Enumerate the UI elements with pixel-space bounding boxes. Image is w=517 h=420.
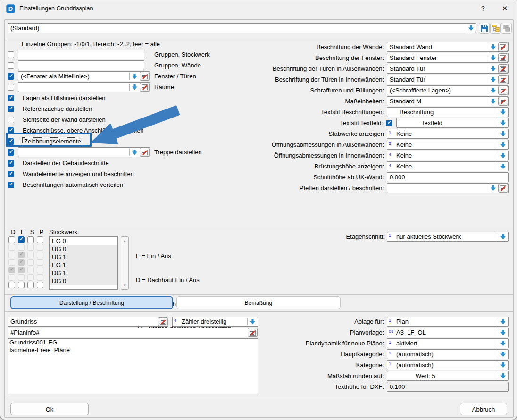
edit-button[interactable] [498, 97, 508, 106]
dropdown-arrow-icon[interactable] [132, 150, 137, 155]
ablage-combo[interactable]: 1 Plan [387, 317, 509, 327]
checkbox[interactable] [8, 160, 14, 167]
grid-checkbox[interactable] [27, 259, 34, 266]
grid-checkbox[interactable] [18, 236, 25, 243]
dropdown-arrow-icon[interactable] [132, 74, 137, 79]
dropdown-arrow-icon[interactable] [491, 77, 496, 83]
dropdown-arrow-icon[interactable] [500, 234, 506, 240]
preset-combo[interactable]: (Standard) [8, 23, 476, 33]
grid-checkbox[interactable] [27, 252, 34, 258]
grid-checkbox[interactable] [18, 282, 25, 288]
edit-button[interactable] [140, 72, 150, 81]
transfer-settings-button[interactable] [501, 23, 512, 34]
scroll-up-icon[interactable]: ▲ [121, 239, 128, 243]
hauptkategorie-combo[interactable]: 1 (automatisch) [387, 349, 509, 359]
close-button[interactable]: ✕ [498, 3, 512, 14]
tab-darstellung-beschriftung[interactable]: Darstellung / Beschriftung [10, 296, 173, 309]
list-item[interactable]: Grundriss001-EG [8, 339, 258, 346]
dropdown-arrow-icon[interactable] [132, 84, 137, 90]
grid-checkbox[interactable] [27, 244, 34, 251]
edit-button[interactable] [140, 83, 150, 92]
gruppen-stockwerk-input[interactable] [18, 50, 144, 59]
grid-checkbox[interactable] [18, 274, 25, 281]
planvorlage-combo[interactable]: 03 A3_1F_OL [387, 328, 509, 337]
grid-checkbox[interactable] [8, 244, 15, 251]
list-item[interactable]: UG 0 [50, 245, 117, 253]
checkbox[interactable] [8, 73, 14, 80]
checkbox[interactable] [8, 149, 14, 156]
dropdown-arrow-icon[interactable] [500, 352, 506, 357]
grid-checkbox[interactable] [8, 259, 15, 266]
checkbox[interactable] [8, 95, 14, 101]
dropdown-arrow-icon[interactable] [500, 362, 506, 368]
plan-list[interactable]: Grundriss001-EG Isometrie-Freie_Pläne [8, 338, 258, 394]
help-button[interactable]: ? [476, 3, 490, 14]
list-item[interactable]: EG 0 [50, 237, 117, 245]
scroll-down-icon[interactable]: ▼ [121, 283, 128, 287]
list-item[interactable]: DG 0 [50, 277, 117, 285]
textstil-textfeld-combo[interactable]: Textfeld [396, 118, 509, 128]
grid-checkbox[interactable] [8, 252, 15, 258]
etagenschnitt-combo[interactable]: 1 nur aktuelles Stockwerk [387, 232, 509, 242]
raeume-combo[interactable] [18, 82, 150, 92]
dropdown-arrow-icon[interactable] [491, 185, 496, 191]
grid-checkbox[interactable] [27, 274, 34, 281]
pfetten-combo[interactable] [387, 183, 509, 193]
dropdown-arrow-icon[interactable] [491, 44, 496, 50]
oeffnung-aussen-combo[interactable]: 5 Keine [387, 140, 509, 150]
grid-checkbox[interactable] [27, 236, 34, 243]
list-item[interactable]: UG 1 [50, 253, 117, 261]
manage-presets-button[interactable] [490, 23, 501, 34]
list-item[interactable]: EG 1 [50, 261, 117, 269]
dropdown-arrow-icon[interactable] [491, 66, 496, 72]
stabwerke-combo[interactable]: 1 Keine [387, 129, 509, 139]
planinfo-input[interactable]: #Planinfo# [8, 328, 258, 337]
kategorie-combo[interactable]: 1 (automatisch) [387, 360, 509, 370]
dropdown-arrow-icon[interactable] [500, 319, 506, 325]
dropdown-arrow-icon[interactable] [500, 120, 506, 126]
grid-checkbox[interactable] [37, 244, 43, 251]
grid-checkbox[interactable] [8, 267, 15, 273]
textfeld-checkbox[interactable] [386, 120, 392, 126]
checkbox[interactable] [8, 62, 14, 69]
grid-checkbox[interactable] [18, 259, 25, 266]
tuer-aussen-combo[interactable]: Standard Tür [387, 64, 509, 74]
cancel-button[interactable]: Abbruch [460, 403, 507, 415]
edit-button[interactable] [498, 42, 508, 51]
dropdown-arrow-icon[interactable] [491, 88, 496, 93]
edit-button[interactable] [498, 75, 508, 84]
checkbox[interactable] [8, 51, 14, 58]
dropdown-arrow-icon[interactable] [500, 142, 506, 148]
checkbox[interactable] [8, 117, 14, 123]
dropdown-arrow-icon[interactable] [250, 319, 255, 325]
grid-checkbox[interactable] [27, 267, 34, 273]
fenster-beschriftung-combo[interactable]: Standard Fenster [387, 53, 509, 63]
checkbox[interactable] [8, 182, 14, 188]
edit-button[interactable] [498, 64, 508, 73]
checkbox[interactable] [8, 84, 14, 91]
texthoehe-dxf-input[interactable]: 0.100 [387, 382, 509, 392]
dropdown-arrow-icon[interactable] [500, 164, 506, 169]
grid-checkbox[interactable] [37, 282, 43, 288]
edit-button[interactable] [498, 53, 508, 62]
grid-checkbox[interactable] [37, 274, 43, 281]
grid-checkbox[interactable] [18, 267, 25, 273]
grid-checkbox[interactable] [37, 236, 43, 243]
fenster-tueren-combo[interactable]: (<Fenster als Mittellinie>) [18, 71, 150, 81]
zeichnungselemente-label[interactable]: Zeichnungselemente [23, 138, 83, 145]
ok-button[interactable]: Ok [10, 403, 89, 415]
tuer-innen-combo[interactable]: Standard Tür [387, 75, 509, 84]
grid-checkbox[interactable] [37, 252, 43, 258]
bruestungshoehe-combo[interactable]: 4 Keine [387, 161, 509, 171]
stockwerk-scrollbar[interactable]: ▲ ▼ [121, 236, 129, 290]
grid-checkbox[interactable] [37, 259, 43, 266]
grid-checkbox[interactable] [27, 282, 34, 288]
dropdown-arrow-icon[interactable] [500, 109, 506, 115]
masseinheiten-combo[interactable]: Standard M [387, 96, 509, 106]
grid-checkbox[interactable] [8, 236, 15, 243]
gruppen-waende-input[interactable] [18, 60, 144, 70]
list-item[interactable]: DG 1 [50, 269, 117, 277]
save-preset-button[interactable] [479, 23, 490, 34]
dropdown-arrow-icon[interactable] [500, 131, 506, 137]
dropdown-arrow-icon[interactable] [468, 25, 474, 31]
